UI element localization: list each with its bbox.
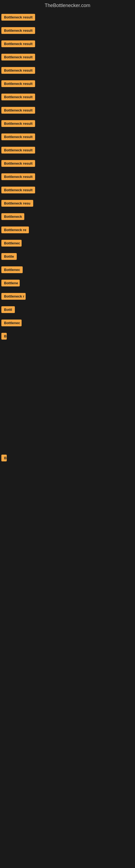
bottleneck-badge[interactable]: B <box>1 455 7 461</box>
list-item <box>0 467 135 469</box>
bottleneck-badge[interactable]: Bottleneck result <box>1 80 35 87</box>
bottleneck-badge[interactable]: Bottleneck <box>1 213 24 220</box>
list-item: Bottleneck result <box>0 79 135 90</box>
bottleneck-badge[interactable]: Bottleneck result <box>1 67 35 74</box>
bottleneck-badge[interactable]: Bottleneck result <box>1 160 35 167</box>
spacer <box>0 602 135 618</box>
list-item: Bottleneck result <box>0 159 135 169</box>
spacer <box>0 350 135 367</box>
bottleneck-badge[interactable]: Bottleneck result <box>1 173 35 180</box>
list-item: Bottleneck <box>0 212 135 222</box>
bottleneck-badge[interactable]: Bottlene <box>1 280 20 286</box>
list-item: Bottleneck result <box>0 66 135 76</box>
bottleneck-badge[interactable]: Bottleneck result <box>1 27 35 34</box>
list-item: Bottlenec <box>0 239 135 249</box>
list-item: Bottle <box>0 252 135 262</box>
list-item: Bottleneck re <box>0 225 135 236</box>
spacer <box>0 394 135 410</box>
spacer <box>0 372 135 388</box>
list-item: Bottleneck result <box>0 105 135 116</box>
list-item <box>0 367 135 369</box>
list-item: Bottl <box>0 305 135 315</box>
site-title: TheBottlenecker.com <box>0 0 135 12</box>
list-item: Bottleneck result <box>0 172 135 183</box>
list-item: Bottleneck result <box>0 119 135 129</box>
spacer <box>0 516 135 532</box>
bottleneck-badge[interactable]: Bottleneck r <box>1 293 26 300</box>
list-item: Bottleneck result <box>0 26 135 36</box>
bottleneck-badge[interactable]: Bottleneck resu <box>1 200 33 207</box>
list-item: Bottlenec <box>0 265 135 276</box>
bottleneck-badge[interactable]: Bottlenec <box>1 240 21 247</box>
list-item <box>0 532 135 534</box>
list-item: Bottleneck r <box>0 291 135 302</box>
list-item <box>0 488 135 491</box>
list-item <box>0 575 135 578</box>
list-item: Bottleneck result <box>0 92 135 103</box>
list-item: Bottleneck result <box>0 52 135 63</box>
bottleneck-badge[interactable]: Bottleneck result <box>1 40 35 47</box>
list-item: Bottleneck resu <box>0 198 135 209</box>
list-item: Bottleneck result <box>0 12 135 23</box>
list-item <box>0 345 135 347</box>
list-item: Bottlenec <box>0 318 135 329</box>
spacer <box>0 581 135 597</box>
spacer <box>0 415 135 432</box>
list-item <box>0 553 135 556</box>
list-item: Bottleneck result <box>0 39 135 50</box>
bottleneck-badge[interactable]: Bottleneck result <box>1 147 35 154</box>
bottleneck-badge[interactable]: Bottlenec <box>1 267 23 273</box>
bottleneck-badge[interactable]: Bottlenec <box>1 319 21 326</box>
list-item <box>0 410 135 412</box>
spacer <box>0 537 135 553</box>
list-item <box>0 388 135 391</box>
bottleneck-badge[interactable]: Bottle <box>1 253 17 260</box>
list-item: Bottleneck result <box>0 145 135 156</box>
list-item: B <box>0 453 135 464</box>
bottleneck-badge[interactable]: Bottleneck result <box>1 54 35 61</box>
bottleneck-badge[interactable]: Bottl <box>1 306 15 313</box>
list-item: Bottleneck result <box>0 132 135 143</box>
bottleneck-badge[interactable]: Bottleneck result <box>1 94 35 100</box>
list-item: Bottleneck result <box>0 185 135 196</box>
bottleneck-badge[interactable]: Bottleneck re <box>1 226 29 233</box>
bottleneck-badge[interactable]: Bottleneck result <box>1 14 35 21</box>
list-item: B <box>0 332 135 342</box>
list-item <box>0 432 135 434</box>
list-item <box>0 510 135 513</box>
bottleneck-list: Bottleneck resultBottleneck resultBottle… <box>0 12 135 618</box>
spacer <box>0 437 135 453</box>
spacer <box>0 559 135 575</box>
list-item: Bottlene <box>0 278 135 289</box>
bottleneck-badge[interactable]: Bottleneck result <box>1 133 35 140</box>
bottleneck-badge[interactable]: Bottleneck result <box>1 187 35 193</box>
bottleneck-badge[interactable]: Bottleneck result <box>1 120 35 127</box>
spacer <box>0 494 135 510</box>
bottleneck-badge[interactable]: Bottleneck result <box>1 107 35 114</box>
spacer <box>0 472 135 488</box>
bottleneck-badge[interactable]: B <box>1 333 7 340</box>
list-item <box>0 597 135 599</box>
